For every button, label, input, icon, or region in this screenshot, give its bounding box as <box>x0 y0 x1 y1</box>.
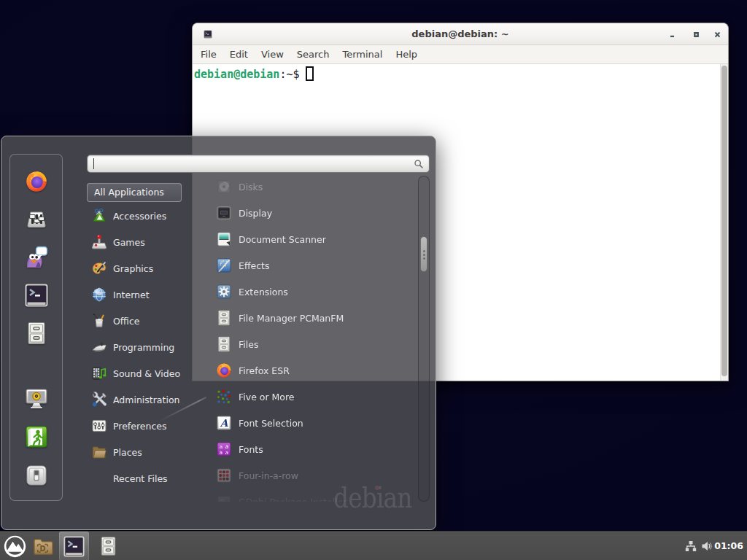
favorites-panel <box>9 154 63 501</box>
terminal-window-taskbar-button[interactable] <box>59 532 89 560</box>
menu-view[interactable]: View <box>255 45 290 63</box>
volume-icon[interactable] <box>701 540 713 552</box>
favorite-firefox[interactable] <box>25 170 48 193</box>
folder-d-icon <box>31 535 54 558</box>
application-menu: All Applications Accessories Games Graph… <box>1 136 436 530</box>
places-icon <box>91 444 107 460</box>
terminal-cursor <box>306 66 314 81</box>
disks-icon <box>216 179 232 195</box>
menu-file[interactable]: File <box>194 45 223 63</box>
network-icon[interactable] <box>685 540 697 552</box>
panel-clock[interactable]: 01:06 <box>714 532 743 560</box>
terminal-titlebar[interactable]: debian@debian: ~ <box>193 23 728 45</box>
accessories-icon <box>91 208 107 224</box>
category-sound-video[interactable]: Sound & Video <box>87 360 204 386</box>
maximize-button[interactable] <box>692 31 700 39</box>
favorite-file-manager[interactable] <box>25 322 48 345</box>
category-accessories[interactable]: Accessories <box>87 203 204 229</box>
file-cabinet-icon <box>98 535 118 557</box>
app-display[interactable]: Display <box>209 200 418 226</box>
files-launcher[interactable] <box>95 532 121 560</box>
terminal-menubar: File Edit View Search Terminal Help <box>193 45 728 64</box>
menu-button[interactable] <box>1 532 28 560</box>
app-effects[interactable]: Effects <box>209 252 418 279</box>
font-selection-icon <box>216 415 232 431</box>
category-games[interactable]: Games <box>87 229 204 255</box>
app-file-manager-pcmanfm[interactable]: File Manager PCManFM <box>209 305 418 331</box>
app-gdebi-package-installer[interactable]: GDebi Package Installer <box>209 489 418 502</box>
shutdown-switch-icon <box>25 464 48 487</box>
category-all-applications[interactable]: All Applications <box>87 183 182 202</box>
app-files[interactable]: Files <box>209 331 418 357</box>
app-document-scanner[interactable]: Document Scanner <box>209 226 418 252</box>
preferences-icon <box>91 418 107 434</box>
favorite-terminal[interactable] <box>25 284 48 307</box>
terminal-app-icon <box>63 536 85 557</box>
file-cabinet-icon <box>25 322 48 345</box>
games-icon <box>91 234 107 250</box>
category-preferences[interactable]: Preferences <box>87 413 204 439</box>
logout-button[interactable] <box>25 425 48 448</box>
terminal-scrollbar-thumb[interactable] <box>721 66 727 376</box>
administration-icon <box>91 392 107 408</box>
app-four-in-a-row[interactable]: Four-in-a-row <box>209 462 418 489</box>
favorite-pidgin[interactable] <box>25 246 48 269</box>
bottom-panel: 01:06 <box>0 531 747 560</box>
screensaver-lock-icon <box>25 387 48 411</box>
document-scanner-icon <box>216 231 232 247</box>
office-icon <box>91 313 107 329</box>
cinnamon-menu-icon <box>4 535 26 558</box>
menu-edit[interactable]: Edit <box>223 45 255 63</box>
applications-list: Disks Display Document Scanner Effects E… <box>209 176 418 502</box>
app-disks[interactable]: Disks <box>209 176 418 200</box>
scrollbar-grip-dots <box>423 250 425 260</box>
fonts-icon <box>216 441 232 457</box>
file-cabinet-icon <box>216 336 232 352</box>
app-firefox-esr[interactable]: Firefox ESR <box>209 357 418 384</box>
terminal-app-icon <box>25 284 48 307</box>
menu-help[interactable]: Help <box>389 45 424 63</box>
five-or-more-icon <box>216 389 232 405</box>
settings-sliders-icon <box>25 208 48 231</box>
logout-icon <box>25 425 48 448</box>
menu-search[interactable]: Search <box>290 45 336 63</box>
category-office[interactable]: Office <box>87 308 204 334</box>
shell-prompt: debian@debian:~$ <box>194 66 314 81</box>
gdebi-icon <box>216 494 232 502</box>
sound-video-icon <box>91 365 107 381</box>
firefox-icon <box>25 170 48 193</box>
menu-terminal[interactable]: Terminal <box>336 45 389 63</box>
window-title: debian@debian: ~ <box>193 23 728 45</box>
programming-icon <box>91 339 107 355</box>
category-recent-files[interactable]: Recent Files <box>87 465 204 491</box>
firefox-icon <box>216 362 232 378</box>
app-five-or-more[interactable]: Five or More <box>209 384 418 410</box>
internet-icon <box>91 287 107 303</box>
effects-icon <box>216 257 232 273</box>
display-icon <box>216 205 232 221</box>
category-graphics[interactable]: Graphics <box>87 255 204 281</box>
extensions-icon <box>216 284 232 300</box>
search-icon <box>414 159 424 169</box>
terminal-scrollbar[interactable] <box>720 64 728 381</box>
app-fonts[interactable]: Fonts <box>209 436 418 462</box>
file-manager-launcher[interactable] <box>29 532 55 560</box>
four-in-a-row-icon <box>216 467 232 483</box>
close-button[interactable] <box>713 31 721 39</box>
category-programming[interactable]: Programming <box>87 334 204 360</box>
prompt-user-host: debian@debian <box>194 68 279 81</box>
category-places[interactable]: Places <box>87 439 204 465</box>
file-cabinet-icon <box>216 310 232 326</box>
minimize-button[interactable] <box>668 31 676 39</box>
app-extensions[interactable]: Extensions <box>209 279 418 305</box>
lock-screen-button[interactable] <box>25 387 48 411</box>
search-caret <box>93 158 94 169</box>
favorite-system-settings[interactable] <box>25 208 48 231</box>
app-font-selection[interactable]: Font Selection <box>209 410 418 436</box>
applications-scrollbar[interactable] <box>418 176 430 502</box>
shutdown-button[interactable] <box>25 464 48 487</box>
applications-scrollbar-thumb[interactable] <box>420 236 427 272</box>
category-internet[interactable]: Internet <box>87 281 204 308</box>
category-administration[interactable]: Administration <box>87 386 204 413</box>
menu-search-input[interactable] <box>87 155 430 173</box>
